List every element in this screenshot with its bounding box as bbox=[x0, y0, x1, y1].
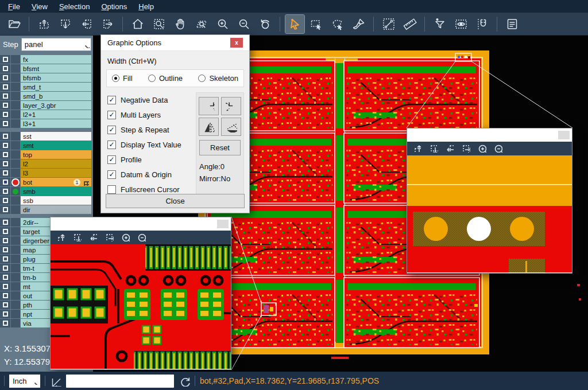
layer-visibility-checkbox[interactable] bbox=[3, 134, 8, 139]
layer-visibility-cell[interactable] bbox=[0, 227, 10, 236]
layer-row-top[interactable]: top bbox=[0, 150, 93, 159]
layer-visibility-cell[interactable] bbox=[0, 301, 10, 309]
layer-visibility-checkbox[interactable] bbox=[3, 84, 8, 89]
layer-row-fx[interactable]: fx bbox=[0, 55, 93, 64]
refresh-icon[interactable] bbox=[179, 375, 190, 387]
command-input[interactable] bbox=[66, 375, 174, 388]
layer-visibility-checkbox[interactable] bbox=[3, 321, 8, 326]
menu-options[interactable]: Options bbox=[95, 1, 133, 12]
unit-select[interactable]: Inch bbox=[9, 375, 40, 388]
step-selector[interactable]: panel bbox=[21, 38, 91, 51]
layer-visibility-cell[interactable] bbox=[0, 83, 10, 91]
layer-active-indicator[interactable] bbox=[11, 110, 20, 119]
layer-visibility-cell[interactable] bbox=[0, 169, 10, 177]
layer-active-indicator[interactable] bbox=[11, 119, 20, 128]
zoom-out-button[interactable] bbox=[234, 15, 253, 33]
layer-name[interactable]: l3 bbox=[21, 169, 91, 177]
layer-visibility-checkbox[interactable] bbox=[3, 66, 8, 71]
zoom-region-button[interactable] bbox=[149, 15, 168, 33]
layer-visibility-checkbox[interactable] bbox=[3, 238, 8, 243]
snap-angle-icon[interactable] bbox=[50, 375, 61, 387]
layer-active-indicator[interactable] bbox=[11, 83, 20, 91]
layer-visibility-cell[interactable] bbox=[0, 273, 10, 282]
layer-visibility-checkbox[interactable] bbox=[3, 57, 8, 62]
layer-visibility-cell[interactable] bbox=[0, 178, 10, 186]
layer-name[interactable]: l2 bbox=[21, 159, 91, 168]
layer-visibility-cell[interactable] bbox=[0, 255, 10, 263]
layer-row-l2+1[interactable]: l2+1 bbox=[0, 110, 93, 119]
layer-row-smt[interactable]: smt bbox=[0, 141, 93, 150]
layer-active-indicator[interactable] bbox=[11, 273, 20, 282]
layer-row-l3+1[interactable]: l3+1 bbox=[0, 119, 93, 128]
layer-name[interactable]: l2+1 bbox=[21, 110, 91, 119]
layer-active-indicator[interactable] bbox=[11, 159, 20, 168]
layer-visibility-checkbox[interactable] bbox=[3, 75, 8, 80]
layer-active-indicator[interactable] bbox=[11, 291, 20, 300]
layer-row-dir[interactable]: dir bbox=[0, 205, 93, 214]
layer-visibility-checkbox[interactable] bbox=[3, 256, 8, 262]
dialog-close-icon[interactable]: x bbox=[230, 38, 243, 48]
option-multi-layers[interactable]: ✓Multi Layers bbox=[107, 107, 193, 122]
layer-visibility-cell[interactable] bbox=[0, 150, 10, 159]
layer-visibility-checkbox[interactable] bbox=[3, 293, 8, 298]
zoom-in-button[interactable] bbox=[213, 15, 232, 33]
layer-active-indicator[interactable] bbox=[11, 310, 20, 318]
layer-active-indicator[interactable] bbox=[11, 169, 20, 177]
layer-visibility-cell[interactable] bbox=[0, 218, 10, 227]
layer-visibility-checkbox[interactable] bbox=[3, 189, 8, 194]
layer-visibility-cell[interactable] bbox=[0, 187, 10, 196]
zoom-prev-button[interactable] bbox=[256, 15, 274, 33]
zoom-window-view[interactable] bbox=[51, 244, 231, 369]
layer-active-indicator[interactable] bbox=[11, 196, 20, 205]
menu-view[interactable]: View bbox=[26, 1, 53, 12]
checkbox-step-repeat[interactable]: ✓ bbox=[107, 126, 116, 134]
layer-active-indicator[interactable] bbox=[11, 255, 20, 263]
zoom-out-button[interactable] bbox=[493, 143, 502, 155]
layer-visibility-cell[interactable] bbox=[0, 73, 10, 82]
checkbox-display-text-value[interactable]: ✓ bbox=[107, 141, 116, 149]
radio-circle[interactable] bbox=[198, 75, 206, 82]
layer-visibility-checkbox[interactable] bbox=[3, 170, 8, 176]
layer-visibility-cell[interactable] bbox=[0, 141, 10, 150]
layer-visibility-cell[interactable] bbox=[0, 110, 10, 119]
layer-active-indicator[interactable] bbox=[11, 92, 20, 100]
rotate-cw-button[interactable] bbox=[199, 97, 219, 115]
menu-selection[interactable]: Selection bbox=[53, 1, 95, 12]
layer-visibility-cell[interactable] bbox=[0, 245, 10, 254]
layer-visibility-checkbox[interactable] bbox=[3, 93, 8, 99]
layer-row-bfsmt[interactable]: bfsmt bbox=[0, 64, 93, 73]
layer-visibility-cell[interactable] bbox=[0, 196, 10, 205]
layer-row-sst[interactable]: sst bbox=[0, 132, 93, 141]
pan-up-button[interactable] bbox=[412, 143, 422, 155]
select-arrow-button[interactable] bbox=[285, 15, 304, 33]
layer-visibility-checkbox[interactable] bbox=[3, 275, 8, 280]
popup-menu-button[interactable] bbox=[217, 220, 229, 228]
layer-visibility-checkbox[interactable] bbox=[3, 198, 8, 203]
reset-button[interactable]: Reset bbox=[199, 140, 241, 155]
layer-visibility-cell[interactable] bbox=[0, 132, 10, 141]
radio-circle[interactable] bbox=[148, 75, 156, 82]
layer-active-indicator[interactable] bbox=[11, 227, 20, 236]
layer-row-bfsmb[interactable]: bfsmb bbox=[0, 73, 93, 82]
hand-button[interactable] bbox=[171, 15, 189, 33]
layer-name[interactable]: layer_3.gbr bbox=[21, 101, 91, 110]
layer-name[interactable]: fx bbox=[21, 55, 91, 64]
layer-visibility-cell[interactable] bbox=[0, 236, 10, 245]
checkbox-profile[interactable]: ✓ bbox=[107, 155, 116, 164]
layer-visibility-checkbox[interactable] bbox=[3, 207, 8, 212]
pan-down-button[interactable] bbox=[72, 232, 82, 244]
magnet-button[interactable] bbox=[473, 15, 492, 33]
layer-name[interactable]: smt bbox=[21, 141, 91, 150]
filter-button[interactable] bbox=[430, 15, 449, 33]
zoom-window-view[interactable] bbox=[407, 155, 572, 272]
layer-active-indicator[interactable] bbox=[11, 150, 20, 159]
measure-button[interactable] bbox=[379, 15, 398, 33]
layer-visibility-checkbox[interactable] bbox=[3, 229, 8, 234]
home-button[interactable] bbox=[128, 15, 147, 33]
layer-visibility-checkbox[interactable] bbox=[3, 302, 8, 307]
layer-visibility-checkbox[interactable] bbox=[3, 266, 8, 271]
popup-menu-button[interactable] bbox=[558, 131, 570, 139]
zoom-window-titlebar[interactable] bbox=[407, 128, 572, 142]
zoom-in-button[interactable] bbox=[120, 232, 130, 244]
layer-row-smd_b[interactable]: smd_b bbox=[0, 92, 93, 100]
